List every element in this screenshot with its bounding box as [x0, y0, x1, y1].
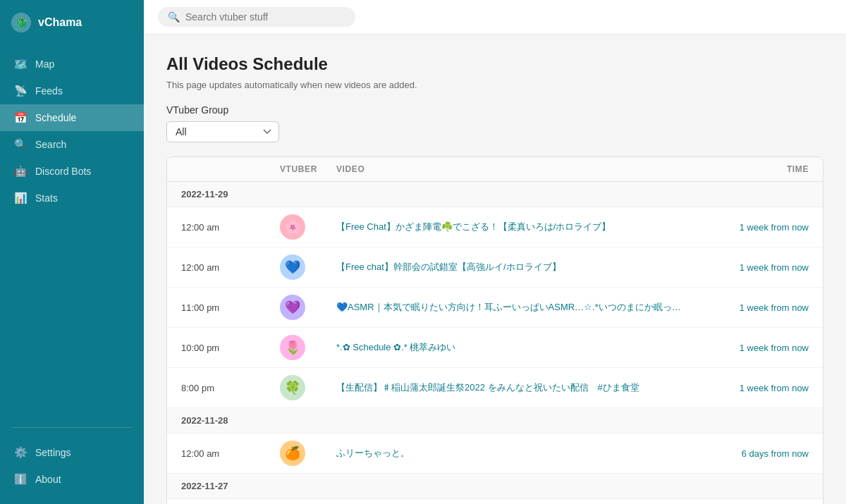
- search-input[interactable]: [185, 11, 345, 23]
- vtuber-group-select[interactable]: AllHololiveNijisanjiPhase Connect: [166, 121, 279, 142]
- row-time: 11:00 pm: [181, 302, 280, 313]
- col-time: TIME: [696, 164, 809, 174]
- row-video-link[interactable]: 【生配信】♯稲山蒲太郎誕生祭2022 をみんなと祝いたい配信 #ひま食堂: [336, 381, 696, 394]
- filter-section: VTuber Group AllHololiveNijisanjiPhase C…: [166, 104, 823, 142]
- row-time-from: 1 week from now: [696, 343, 809, 353]
- schedule-body: 2022-11-29 12:00 am 🌸 【Free Chat】かざま陣電☘️…: [167, 182, 823, 504]
- sidebar-item-label: Schedule: [35, 112, 76, 123]
- row-time: 12:00 am: [181, 222, 280, 233]
- sidebar-item-label: About: [35, 474, 61, 485]
- sidebar-item-label: Search: [35, 139, 66, 150]
- row-avatar: 🌷: [280, 335, 336, 360]
- row-time-from: 1 week from now: [696, 383, 809, 393]
- table-row: 12:00 am 💙 【Free chat】幹部会の試錯室【高強ルイ/ホロライブ…: [167, 247, 823, 288]
- schedule-icon: 📅: [14, 111, 27, 124]
- stats-icon: 📊: [14, 192, 27, 204]
- page-title: All Videos Schedule: [166, 54, 823, 74]
- sidebar-item-label: Settings: [35, 447, 71, 458]
- map-icon: 🗺️: [14, 58, 27, 70]
- row-time-from: 1 week from now: [696, 262, 809, 273]
- col-video: VIDEO: [336, 164, 696, 174]
- search-wrapper[interactable]: 🔍: [158, 7, 355, 27]
- nav-divider: [11, 427, 133, 428]
- row-video-link[interactable]: 💙ASMR｜本気で眠りたい方向け！耳ふーいっぱいASMR…☆.*いつのまにか眠っ…: [336, 301, 696, 314]
- row-video-link[interactable]: 【Free chat】幹部会の試錯室【高強ルイ/ホロライブ】: [336, 261, 696, 273]
- sidebar-item-search[interactable]: 🔍Search: [0, 131, 144, 158]
- page-subtitle: This page updates automatically when new…: [166, 80, 823, 90]
- row-time-from: 1 week from now: [696, 302, 809, 313]
- sidebar-item-map[interactable]: 🗺️Map: [0, 51, 144, 78]
- app-logo: 🐉 vChama: [0, 0, 144, 45]
- row-time: 8:00 pm: [181, 383, 280, 393]
- date-group-header: 2022-11-27: [167, 474, 823, 499]
- row-avatar: 🍊: [280, 441, 336, 466]
- sidebar: 🐉 vChama 🗺️Map📡Feeds📅Schedule🔍Search🤖Dis…: [0, 0, 144, 504]
- col-date: [181, 164, 280, 174]
- date-group-header: 2022-11-28: [167, 408, 823, 434]
- sidebar-item-label: Stats: [35, 192, 58, 204]
- table-header: VTUBER VIDEO TIME: [167, 157, 823, 182]
- avatar: 🍀: [280, 375, 305, 400]
- feeds-icon: 📡: [14, 85, 27, 97]
- row-time: 12:00 am: [181, 262, 280, 273]
- search-icon: 🔍: [14, 138, 27, 151]
- row-avatar: 💙: [280, 254, 336, 280]
- sidebar-item-about[interactable]: ℹ️About: [0, 466, 144, 493]
- settings-icon: ⚙️: [14, 446, 27, 459]
- sidebar-item-feeds[interactable]: 📡Feeds: [0, 78, 144, 104]
- row-avatar: 🌸: [280, 214, 336, 240]
- nav-main: 🗺️Map📡Feeds📅Schedule🔍Search🤖Discord Bots…: [0, 45, 144, 217]
- table-row: 4:00 am 🎮 [Megaman X2]I Have Skill Issue…: [167, 499, 823, 504]
- filter-label: VTuber Group: [166, 104, 823, 116]
- table-row: 12:00 am 🍊 ふリーちゃっと。 6 days from now: [167, 434, 823, 474]
- topbar: 🔍: [144, 0, 846, 35]
- col-vtuber: VTUBER: [280, 164, 336, 174]
- main-content: 🔍 All Videos Schedule This page updates …: [144, 0, 846, 504]
- sidebar-item-settings[interactable]: ⚙️Settings: [0, 439, 144, 466]
- avatar: 🍊: [280, 441, 305, 466]
- nav-bottom: ⚙️Settingsℹ️About: [0, 434, 144, 504]
- sidebar-item-stats[interactable]: 📊Stats: [0, 185, 144, 211]
- sidebar-item-schedule[interactable]: 📅Schedule: [0, 104, 144, 131]
- table-row: 8:00 pm 🍀 【生配信】♯稲山蒲太郎誕生祭2022 をみんなと祝いたい配信…: [167, 368, 823, 408]
- content-area: All Videos Schedule This page updates au…: [144, 35, 846, 504]
- row-avatar: 🍀: [280, 375, 336, 400]
- avatar: 🌷: [280, 335, 305, 360]
- row-video-link[interactable]: 【Free Chat】かざま陣電☘️でこざる！【柔真いろは/ホロライブ】: [336, 221, 696, 233]
- discord-bots-icon: 🤖: [14, 165, 27, 178]
- sidebar-item-discord-bots[interactable]: 🤖Discord Bots: [0, 158, 144, 185]
- sidebar-item-label: Feeds: [35, 85, 63, 97]
- sidebar-item-label: Map: [35, 59, 54, 70]
- logo-icon: 🐉: [11, 13, 31, 32]
- date-group-header: 2022-11-29: [167, 182, 823, 207]
- table-row: 10:00 pm 🌷 *.✿ Schedule ✿.* 桃萃みゆい 1 week…: [167, 328, 823, 368]
- row-avatar: 💜: [280, 295, 336, 320]
- row-time: 10:00 pm: [181, 343, 280, 353]
- row-time-from: 1 week from now: [696, 222, 809, 233]
- about-icon: ℹ️: [14, 473, 27, 486]
- table-row: 11:00 pm 💜 💙ASMR｜本気で眠りたい方向け！耳ふーいっぱいASMR……: [167, 288, 823, 328]
- avatar: 💜: [280, 295, 305, 320]
- search-icon: 🔍: [168, 11, 180, 23]
- avatar: 🌸: [280, 214, 305, 240]
- sidebar-item-label: Discord Bots: [35, 166, 91, 177]
- row-video-link[interactable]: *.✿ Schedule ✿.* 桃萃みゆい: [336, 341, 696, 354]
- row-video-link[interactable]: ふリーちゃっと。: [336, 447, 696, 460]
- app-name: vChama: [38, 16, 82, 29]
- table-row: 12:00 am 🌸 【Free Chat】かざま陣電☘️でこざる！【柔真いろは…: [167, 207, 823, 247]
- schedule-table: VTUBER VIDEO TIME 2022-11-29 12:00 am 🌸 …: [166, 156, 823, 504]
- row-time-from: 6 days from now: [696, 448, 809, 459]
- row-time: 12:00 am: [181, 448, 280, 459]
- avatar: 💙: [280, 254, 305, 280]
